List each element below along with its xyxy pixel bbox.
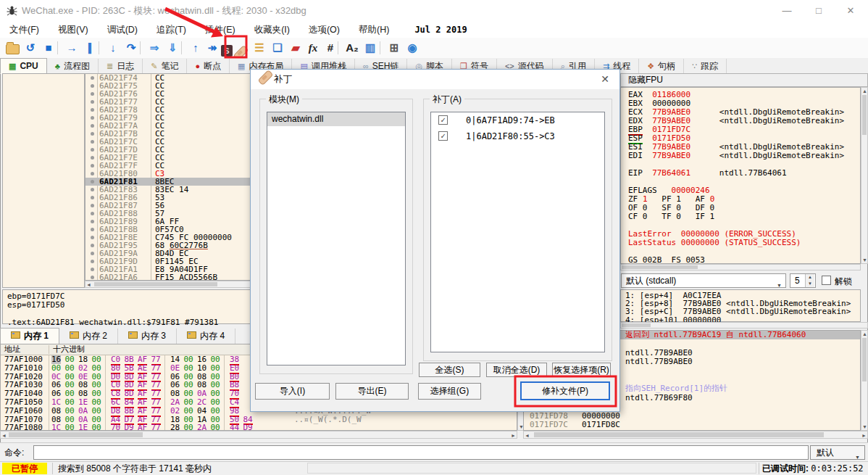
dump-tab-内存 1[interactable]: 内存 1 <box>0 328 59 344</box>
breakpoint-dot-icon[interactable] <box>91 100 94 104</box>
attach-icon[interactable]: ▥ <box>362 39 379 57</box>
register-line[interactable]: EDI 77B9ABE0 <ntdll.DbgUiRemoteBreakin> <box>628 152 844 160</box>
labels-icon[interactable]: ❏ <box>269 39 286 57</box>
tab-CPU[interactable]: ▦CPU <box>0 58 47 74</box>
breakpoint-dot-icon[interactable] <box>91 180 94 183</box>
menu-item-1[interactable]: 视图(V) <box>49 22 98 38</box>
register-line[interactable]: LastStatus 00000000 (STATUS_SUCCESS) <box>628 239 844 247</box>
breakpoint-dot-icon[interactable] <box>91 124 94 128</box>
string-references-icon[interactable]: # <box>322 39 339 57</box>
breakpoint-dot-icon[interactable] <box>91 132 94 136</box>
run-unconditionally-icon[interactable]: ⇒ <box>146 39 163 57</box>
settings-globe-icon[interactable]: ◉ <box>404 39 421 57</box>
breakpoint-dot-icon[interactable] <box>91 204 94 207</box>
breakpoint-dot-icon[interactable] <box>91 276 94 279</box>
maximize-button[interactable]: □ <box>804 0 833 22</box>
arguments-hscrollbar[interactable] <box>620 322 868 329</box>
stop-icon[interactable]: ■ <box>40 39 57 57</box>
dump-tab-内存 4[interactable]: 内存 4 <box>177 329 235 344</box>
breakpoint-dot-icon[interactable] <box>91 228 94 231</box>
menu-item-6[interactable]: 选项(O) <box>299 22 349 38</box>
patch-checkbox[interactable]: ✓ <box>438 115 448 125</box>
functions-icon[interactable]: fx <box>304 39 322 57</box>
patch-icon[interactable] <box>232 39 249 57</box>
breakpoint-dot-icon[interactable] <box>91 188 94 191</box>
module-list[interactable]: wechatwin.dll <box>267 112 406 365</box>
calling-convention-select[interactable]: 默认 (stdcall) ▼ <box>621 273 786 288</box>
breakpoint-dot-icon[interactable] <box>91 236 94 239</box>
breakpoint-dot-icon[interactable] <box>91 108 94 112</box>
register-line[interactable]: EIP 77B64061 ntdll.77B64061 <box>628 169 844 178</box>
tab-跟踪[interactable]: ∵跟踪 <box>684 59 727 73</box>
open-file-icon[interactable] <box>4 39 21 57</box>
tab-笔记[interactable]: ✎笔记 <box>143 59 187 73</box>
spinner-arrows-icon[interactable]: ▲▼ <box>805 274 814 287</box>
module-list-item[interactable]: wechatwin.dll <box>267 112 405 126</box>
deselect-all-button[interactable]: 取消全选(D) <box>486 363 547 377</box>
menu-item-7[interactable]: 帮助(H) <box>349 22 398 38</box>
menu-item-4[interactable]: 插件(E) <box>196 22 245 38</box>
calculator-icon[interactable]: ⊞ <box>385 39 403 57</box>
execute-till-return-icon[interactable]: ⇓ <box>164 39 181 57</box>
argument-row[interactable]: 3: [esp+C] 77B9ABE0 <ntdll.DbgUiRemoteBr… <box>625 307 851 315</box>
patch-dialog-titlebar[interactable]: 补丁 ✕ <box>251 70 619 89</box>
breakpoint-dot-icon[interactable] <box>91 220 94 223</box>
run-icon[interactable]: → <box>63 39 80 57</box>
breakpoint-dot-icon[interactable] <box>91 140 94 144</box>
breakpoint-dot-icon[interactable] <box>91 196 94 199</box>
restart-icon[interactable]: ↺ <box>22 39 39 57</box>
case-sensitive-icon[interactable]: A₂ <box>343 39 361 57</box>
export-button[interactable]: 导出(E) <box>335 383 409 400</box>
tab-断点[interactable]: ●断点 <box>187 59 230 73</box>
import-button[interactable]: 导入(I) <box>255 383 330 400</box>
pause-icon[interactable]: ∥ <box>81 39 99 57</box>
stack-row[interactable]: 0171FD7C0171FD8C <box>524 421 860 429</box>
restore-selection-button[interactable]: 恢复选择项(R) <box>552 363 611 377</box>
dump-hscrollbar[interactable]: ◄► <box>0 431 517 439</box>
menu-item-5[interactable]: 收藏夹(I) <box>245 22 299 38</box>
stack-row[interactable]: 0171FD7800000000 <box>524 412 860 421</box>
dump-tab-内存 2[interactable]: 内存 2 <box>59 329 118 344</box>
hide-fpu-button[interactable]: 隐藏FPU <box>620 73 868 87</box>
breakpoint-dot-icon[interactable] <box>91 252 94 255</box>
registers-pane[interactable]: EAX 01186000EBX 00000000ECX 77B9ABE0 <nt… <box>620 87 861 264</box>
menu-item-0[interactable]: 文件(F) <box>0 22 49 38</box>
menu-item-3[interactable]: 追踪(T) <box>147 22 196 38</box>
arguments-pane[interactable]: 1: [esp+4] A0C17EEA2: [esp+8] 77B9ABE0 <… <box>620 289 861 322</box>
breakpoint-dot-icon[interactable] <box>91 156 94 160</box>
dump-tab-内存 3[interactable]: 内存 3 <box>118 329 177 344</box>
command-input[interactable] <box>33 445 809 460</box>
breakpoint-dot-icon[interactable] <box>91 268 94 271</box>
registers-vscrollbar[interactable]: ▲▼ <box>861 87 868 264</box>
close-button[interactable]: ✕ <box>836 0 865 22</box>
patch-file-button[interactable]: 修补文件(P) <box>520 381 610 400</box>
command-combo[interactable]: 默认 ▼ <box>810 445 865 460</box>
arg-count-spinner[interactable]: 5 ▲▼ <box>790 273 816 288</box>
register-line[interactable]: CF 0 TF 0 IF 1 <box>628 212 844 221</box>
bookmarks-icon[interactable]: ▰ <box>287 39 304 57</box>
step-over-icon[interactable]: ↷ <box>122 39 140 57</box>
breakpoint-dot-icon[interactable] <box>91 148 94 152</box>
breakpoint-dot-icon[interactable] <box>91 260 94 263</box>
stack-hscrollbar[interactable]: ◄► <box>523 431 868 439</box>
breakpoint-dot-icon[interactable] <box>91 92 94 96</box>
breakpoint-dot-icon[interactable] <box>91 244 94 247</box>
registers-hscrollbar[interactable] <box>620 264 861 270</box>
breakpoint-dot-icon[interactable] <box>91 212 94 215</box>
tab-流程图[interactable]: ♣流程图 <box>47 59 99 73</box>
breakpoint-dot-icon[interactable] <box>91 84 94 88</box>
select-group-button[interactable]: 选择组(G) <box>418 383 481 400</box>
comments-icon[interactable]: ☰ <box>251 39 268 57</box>
breakpoint-dot-icon[interactable] <box>91 76 94 80</box>
patch-list-item[interactable]: ✓1|6AD21F80:55->C3 <box>431 128 604 144</box>
breakpoint-dot-icon[interactable] <box>91 116 94 120</box>
dialog-close-icon[interactable]: ✕ <box>598 70 612 89</box>
patch-checkbox[interactable]: ✓ <box>438 131 448 141</box>
dump-row[interactable]: 77AF10801C001E0070D9AF7728002A0044D9 <box>1 424 517 431</box>
step-out-icon[interactable]: ↑ <box>187 39 204 57</box>
minimize-button[interactable]: — <box>772 0 801 22</box>
stack-vscrollbar[interactable]: ▲▼ <box>861 330 868 431</box>
patch-list-item[interactable]: ✓0|6A7F1AD9:74->EB <box>431 112 604 128</box>
breakpoint-dot-icon[interactable] <box>91 164 94 168</box>
breakpoint-dot-icon[interactable] <box>91 172 94 175</box>
